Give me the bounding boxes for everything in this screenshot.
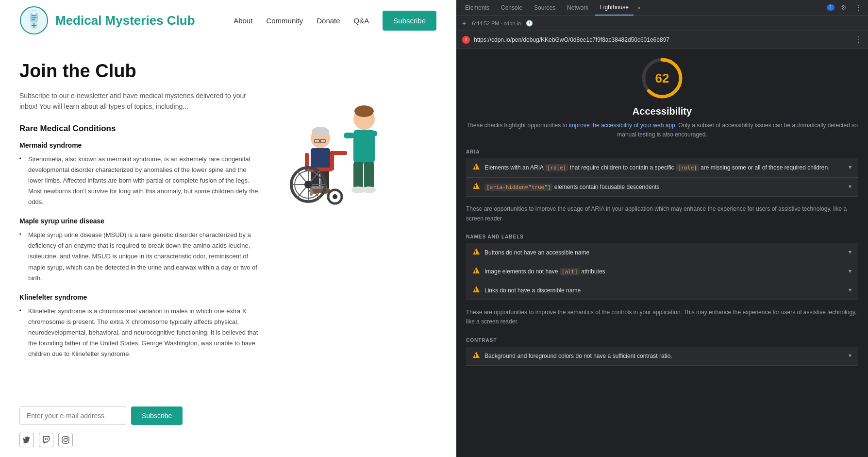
devtools-toolbar: + 6:44:52 PM · cdpn.io 🕐 (456, 16, 868, 31)
social-icons (19, 433, 436, 447)
condition-klinefelter-title: Klinefelter syndrome (19, 293, 262, 301)
warning-icon-3 (473, 248, 480, 254)
devtools-url-bar: ! https://cdpn.io/pen/debug/KKebGwO/0d8e… (456, 31, 868, 49)
aria-section-label: ARIA (466, 149, 858, 154)
aria-item-2[interactable]: [aria-hidden="true"] elements contain fo… (466, 178, 858, 197)
aria-item-1[interactable]: Elements with an ARIA [role] that requir… (466, 158, 858, 178)
accessibility-title: Accessibility (466, 106, 858, 117)
condition-klinefelter: Klinefelter syndrome Klinefelter syndrom… (19, 293, 262, 359)
contrast-section-label: CONTRAST (466, 338, 858, 343)
devtools-actions: 1 ⚙ ⋮ (827, 3, 864, 12)
rare-conditions-title: Rare Medical Conditions (19, 124, 262, 134)
url-favicon: ! (462, 36, 470, 44)
tab-sources[interactable]: Sources (529, 0, 560, 16)
svg-rect-10 (344, 133, 354, 138)
svg-point-36 (304, 181, 312, 188)
condition-mermaid-title: Mermaid syndrome (19, 141, 262, 149)
notification-badge: 1 (827, 4, 835, 11)
condition-mermaid-desc: Sirenomelia, also known as mermaid syndr… (19, 154, 262, 207)
desc-prefix: These checks highlight opportunities to (467, 122, 569, 129)
svg-point-43 (67, 438, 68, 439)
warning-icon-1 (473, 163, 480, 169)
svg-rect-40 (330, 151, 347, 155)
aria-note: These are opportunities to improve the u… (466, 202, 858, 226)
site-logo (19, 6, 49, 35)
condition-maple: Maple syrup urine disease Maple syrup ur… (19, 217, 262, 283)
chevron-icon-1: ▾ (849, 164, 851, 170)
svg-rect-41 (62, 437, 69, 443)
devtools-more-btn[interactable]: ⋮ (853, 3, 864, 12)
names-item-1[interactable]: Buttons do not have an accessible name ▾ (466, 243, 858, 262)
score-number: 62 (655, 71, 669, 86)
svg-rect-2 (32, 11, 36, 15)
warning-icon-5 (473, 286, 480, 292)
email-form: Subscribe (19, 406, 436, 425)
contrast-item-1-text: Background and foreground colors do not … (484, 352, 844, 360)
contrast-item-1[interactable]: Background and foreground colors do not … (466, 347, 858, 366)
score-circle: 62 (640, 56, 684, 100)
condition-mermaid: Mermaid syndrome Sirenomelia, also known… (19, 141, 262, 207)
subscribe-section: Subscribe (0, 397, 456, 457)
warning-icon-6 (473, 352, 480, 358)
chevron-icon-5: ▾ (849, 287, 851, 293)
svg-point-17 (312, 127, 329, 136)
names-item-3-text: Links do not have a discernible name (484, 286, 844, 295)
nav-donate[interactable]: Donate (317, 17, 340, 25)
chevron-icon-3: ▾ (849, 249, 851, 255)
site-nav: About Community Donate Q&A Subscribe (234, 11, 436, 31)
toolbar-timestamp: 6:44:52 PM · cdpn.io (472, 20, 521, 26)
names-item-2-text: Image elements do not have [alt] attribu… (484, 267, 844, 276)
site-title: Medical Mysteries Club (55, 13, 195, 28)
nav-qa[interactable]: Q&A (354, 17, 369, 25)
chevron-icon-4: ▾ (849, 268, 851, 274)
more-tabs-icon[interactable]: » (637, 4, 641, 11)
names-labels-note: These are opportunities to improve the s… (466, 305, 858, 329)
svg-rect-13 (364, 162, 374, 188)
chevron-icon-2: ▾ (849, 183, 851, 190)
instagram-icon[interactable] (58, 433, 73, 447)
desc-link[interactable]: improve the accessibility of your web ap… (569, 122, 675, 129)
site-main: Join the Club Subscribe to our e-newslet… (0, 41, 456, 397)
warning-icon-2 (473, 183, 480, 189)
tab-lighthouse[interactable]: Lighthouse (595, 0, 634, 16)
tab-elements[interactable]: Elements (460, 0, 494, 16)
devtools-settings-btn[interactable]: ⚙ (838, 3, 849, 12)
devtools-body: 62 Accessibility These checks highlight … (456, 49, 868, 457)
svg-point-15 (362, 186, 376, 193)
wheelchair-illustration (272, 90, 398, 226)
url-more-button[interactable]: ⋮ (854, 36, 862, 44)
devtools-tabs: Elements Console Sources Network Lightho… (456, 0, 868, 16)
names-item-3[interactable]: Links do not have a discernible name ▾ (466, 281, 858, 300)
email-input[interactable] (19, 406, 126, 425)
twitter-icon[interactable] (19, 433, 34, 447)
names-item-2[interactable]: Image elements do not have [alt] attribu… (466, 262, 858, 282)
url-text: https://cdpn.io/pen/debug/KKebGwO/0d8ee1… (474, 36, 851, 43)
site-illustration (262, 61, 408, 387)
svg-point-42 (64, 439, 67, 442)
tab-console[interactable]: Console (496, 0, 527, 16)
svg-point-38 (333, 194, 337, 199)
svg-rect-12 (353, 162, 363, 188)
names-labels-section-label: NAMES AND LABELS (466, 234, 858, 239)
nav-about[interactable]: About (234, 17, 252, 25)
subscribe-button[interactable]: Subscribe (131, 406, 183, 425)
page-intro: Subscribe to our e-newsletter and have m… (19, 90, 262, 112)
page-heading: Join the Club (19, 61, 262, 82)
nav-subscribe-button[interactable]: Subscribe (383, 11, 436, 31)
aria-item-2-text: [aria-hidden="true"] elements contain fo… (484, 183, 844, 192)
score-section: 62 (466, 56, 858, 100)
warning-icon-4 (473, 267, 480, 273)
aria-item-1-text: Elements with an ARIA [role] that requir… (484, 163, 844, 172)
accessibility-desc: These checks highlight opportunities to … (466, 121, 858, 139)
site-header: Medical Mysteries Club About Community D… (0, 0, 456, 41)
names-item-1-text: Buttons do not have an accessible name (484, 248, 844, 257)
toolbar-clock-icon: 🕐 (526, 20, 533, 27)
site-content: Join the Club Subscribe to our e-newslet… (19, 61, 262, 387)
condition-klinefelter-desc: Klinefelter syndrome is a chromosomal va… (19, 306, 262, 359)
condition-maple-title: Maple syrup urine disease (19, 217, 262, 225)
toolbar-back-btn[interactable]: + (461, 18, 467, 28)
tab-network[interactable]: Network (562, 0, 593, 16)
chevron-icon-6: ▾ (849, 352, 851, 359)
nav-community[interactable]: Community (266, 17, 303, 25)
twitch-icon[interactable] (39, 433, 53, 447)
